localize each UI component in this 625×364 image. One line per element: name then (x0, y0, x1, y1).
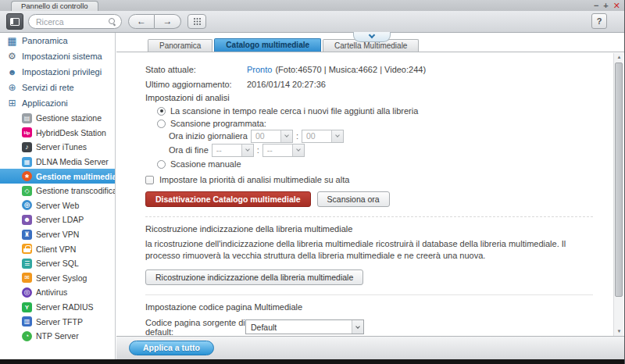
sidebar-item-label: NTP Server (36, 331, 79, 341)
search-icon (108, 17, 116, 26)
hybriddesk-icon (22, 127, 32, 137)
ntp-icon (22, 331, 32, 341)
transcode-icon (22, 186, 32, 196)
sidebar-item-label: Servizi di rete (22, 83, 74, 92)
search-input[interactable] (36, 17, 108, 27)
rebuild-index-button[interactable]: Ricostruzione indicizzazione della libre… (145, 269, 363, 285)
priority-checkbox[interactable] (145, 176, 154, 184)
forward-arrow-icon: → (163, 16, 173, 27)
start-minute-select[interactable]: 00 (302, 130, 344, 143)
vpn-client-lock-icon (22, 244, 32, 254)
chevron-down-icon (292, 145, 304, 156)
tab-catalogo-multimediale[interactable]: Catalogo multimediale (214, 38, 321, 52)
sidebar-toggle-button[interactable] (6, 13, 23, 30)
vertical-scrollbar[interactable]: ▲ ▼ (613, 53, 623, 336)
toolbar: ← → ? (0, 11, 625, 33)
sidebar-item-impostazioni-privilegi[interactable]: Impostazioni privilegi (0, 64, 115, 80)
forward-button[interactable]: → (155, 14, 181, 29)
status-value: Pronto (247, 65, 272, 74)
sidebar-item-label: Impostazioni privilegi (22, 67, 102, 77)
minimize-icon[interactable]: − (594, 1, 598, 10)
close-icon[interactable]: ✕ (613, 1, 620, 10)
scan-now-button[interactable]: Scansiona ora (317, 191, 390, 207)
sidebar-item-server-tftp[interactable]: Server TFTP (0, 314, 115, 329)
sidebar-item-server-web[interactable]: Server Web (0, 198, 115, 213)
chevron-down-icon (369, 32, 375, 38)
bottom-strip (0, 359, 625, 364)
scheduled-scan-radio[interactable] (157, 120, 166, 128)
chevron-down-icon (352, 320, 363, 334)
scrollbar-thumb[interactable] (615, 62, 623, 297)
media-icon (22, 171, 32, 181)
end-minute-select[interactable]: -- (262, 144, 305, 157)
overview-grid-icon (6, 35, 18, 47)
web-icon (22, 200, 32, 210)
help-button[interactable]: ? (591, 13, 607, 29)
back-button[interactable]: ← (128, 14, 155, 29)
start-hour-select[interactable]: 00 (251, 130, 293, 143)
sidebar-item-gestione-multimediale[interactable]: Gestione multimediale (0, 169, 115, 184)
sidebar-item-server-itunes[interactable]: Server iTunes (0, 140, 115, 155)
footer-bar: Applica a tutto (116, 336, 625, 359)
realtime-scan-radio[interactable] (157, 107, 166, 116)
sidebar-item-gestione-stazione[interactable]: Gestione stazione (0, 111, 115, 126)
sidebar-item-gestione-transcodifica[interactable]: Gestione transcodifica (0, 184, 115, 198)
sidebar-item-server-vpn[interactable]: Server VPN (0, 227, 115, 242)
network-globe-icon (6, 82, 18, 93)
search-box[interactable] (28, 14, 122, 29)
sidebar-item-client-vpn[interactable]: Client VPN (0, 241, 115, 256)
rebuild-section-heading: Ricostruzione indicizzazione della libre… (145, 224, 593, 235)
sidebar-item-label: Server Web (36, 201, 79, 210)
sidebar-item-impostazioni-sistema[interactable]: Impostazioni sistema (0, 48, 115, 64)
sidebar-item-label: Panoramica (22, 36, 68, 45)
user-icon (6, 67, 18, 77)
dlna-icon (22, 157, 32, 167)
sidebar-item-label: Gestione multimediale (36, 172, 116, 181)
section-divider (145, 294, 593, 295)
sql-icon (22, 259, 32, 269)
manual-scan-radio[interactable] (157, 160, 166, 169)
scheduled-scan-label: Scansione programmata: (170, 119, 266, 128)
sidebar-item-server-sql[interactable]: Server SQL (0, 256, 115, 271)
sidebar-item-server-ldap[interactable]: Server LDAP (0, 212, 115, 227)
status-detail: (Foto:46570 | Musica:4662 | Video:244) (275, 65, 426, 74)
last-update-value: 2016/01/14 20:27:36 (247, 80, 326, 89)
titlebar: Pannello di controllo − + ✕ (0, 0, 625, 11)
chevron-down-icon (280, 130, 292, 142)
sidebar-item-panoramica[interactable]: Panoramica (0, 33, 115, 48)
sidebar-item-label: Server iTunes (36, 142, 87, 152)
sidebar-toggle-icon (10, 18, 20, 26)
apps-grid-button[interactable] (188, 14, 206, 29)
end-hour-select[interactable]: -- (212, 144, 254, 157)
sidebar-item-dlna-media-server[interactable]: DLNA Media Server (0, 155, 115, 170)
time-colon: : (257, 145, 259, 155)
antivirus-icon (22, 287, 32, 298)
section-divider (145, 216, 593, 217)
sidebar-item-servizi-di-rete[interactable]: Servizi di rete (0, 80, 115, 95)
disable-catalog-button[interactable]: Disattivazione Catalogo multimediale (145, 191, 311, 207)
sidebar-item-label: Server RADIUS (36, 302, 94, 312)
chevron-down-icon (241, 145, 253, 156)
sidebar-item-label: Server SQL (36, 259, 79, 268)
control-panel-window: Pannello di controllo − + ✕ ← → ? Panora… (0, 0, 625, 364)
sidebar-item-ntp-server[interactable]: NTP Server (0, 329, 115, 344)
sidebar-item-hybriddesk-station[interactable]: HybridDesk Station (0, 126, 115, 141)
sidebar-item-label: Server Syslog (36, 273, 87, 283)
tab-panoramica[interactable]: Panoramica (148, 39, 212, 52)
itunes-icon (22, 142, 32, 152)
sidebar-item-server-syslog[interactable]: Server Syslog (0, 271, 115, 286)
sidebar-item-applicazioni[interactable]: Applicazioni (0, 95, 115, 111)
maximize-icon[interactable]: + (603, 1, 608, 10)
vpn-server-icon (22, 230, 32, 240)
media-catalog-panel: Stato attuale: Pronto (Foto:46570 | Musi… (116, 53, 615, 336)
end-time-label: Ora di fine (169, 145, 209, 155)
sidebar-item-antivirus[interactable]: Antivirus (0, 285, 115, 300)
scroll-up-icon[interactable]: ▲ (614, 53, 624, 62)
scroll-down-icon[interactable]: ▼ (614, 327, 624, 336)
codepage-select[interactable]: Default (245, 319, 364, 334)
collapse-panel-button[interactable] (353, 32, 391, 42)
sidebar-item-label: Server LDAP (36, 215, 84, 224)
sidebar-item-server-radius[interactable]: Server RADIUS (0, 300, 115, 315)
window-title-tab[interactable]: Pannello di controllo (11, 1, 98, 11)
apply-all-button[interactable]: Applica a tutto (129, 341, 214, 355)
